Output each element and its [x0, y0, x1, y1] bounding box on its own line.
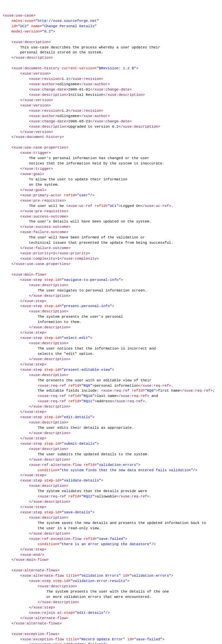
xml-source: <xuse:use-case> xmlns:xuse="http://xuse.… — [3, 13, 219, 644]
